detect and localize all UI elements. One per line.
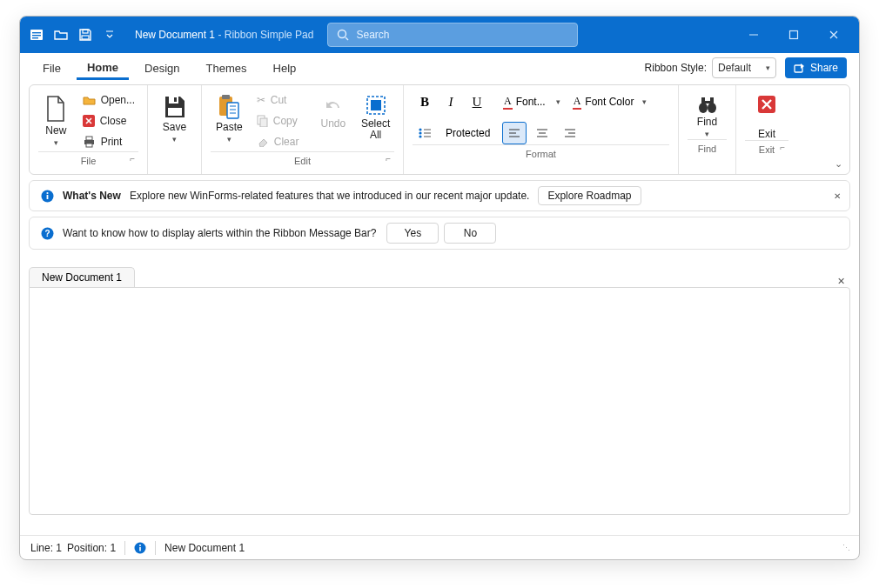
tab-file[interactable]: File (32, 57, 71, 78)
system-buttons (734, 17, 854, 53)
svg-rect-15 (169, 97, 178, 104)
paste-button[interactable]: Paste▾ (211, 90, 248, 144)
document-tabs: New Document 1 ✕ (29, 267, 850, 287)
paste-icon (218, 94, 240, 120)
save-button[interactable]: Save▾ (157, 90, 192, 144)
status-line: Line: 1 (30, 542, 62, 554)
dialog-launcher-icon[interactable]: ⌐ (386, 154, 391, 164)
maximize-button[interactable] (774, 17, 814, 53)
search-input[interactable] (356, 29, 568, 41)
search-box[interactable] (327, 23, 578, 47)
tab-themes[interactable]: Themes (196, 57, 258, 78)
svg-rect-46 (710, 97, 714, 104)
bold-button[interactable]: B (413, 90, 437, 113)
chevron-down-icon: ▾ (54, 138, 58, 147)
align-left-button[interactable] (502, 122, 527, 144)
chevron-down-icon: ▾ (642, 97, 647, 106)
svg-point-51 (46, 191, 48, 193)
new-file-icon (44, 94, 68, 124)
eraser-icon (257, 137, 269, 147)
close-icon[interactable]: ✕ (834, 191, 841, 201)
search-icon (337, 29, 349, 41)
qat-save-icon[interactable] (74, 23, 97, 46)
svg-rect-2 (32, 35, 41, 36)
svg-point-29 (419, 131, 421, 134)
status-bar: Line: 1 Position: 1 New Document 1 ⋱ (20, 535, 859, 559)
svg-rect-19 (222, 95, 230, 99)
open-button[interactable]: Open... (79, 90, 138, 110)
tab-design[interactable]: Design (134, 57, 190, 78)
status-doc: New Document 1 (164, 542, 245, 554)
bullets-button[interactable] (413, 122, 437, 144)
tab-home[interactable]: Home (77, 56, 129, 80)
titlebar: New Document 1 - Ribbon Simple Pad (20, 17, 859, 53)
new-button[interactable]: New▾ (38, 90, 74, 148)
whatsnew-bar: What's New Explore new WinForms-related … (29, 180, 850, 211)
whatsnew-text: Explore new WinForms-related features th… (130, 190, 530, 202)
copy-button[interactable]: Copy (253, 111, 303, 130)
close-doc-icon (83, 115, 95, 127)
clear-button[interactable]: Clear (253, 132, 303, 151)
editor-canvas[interactable] (29, 287, 850, 515)
undo-button[interactable]: Undo (314, 90, 352, 130)
status-info-icon[interactable] (134, 542, 146, 554)
svg-rect-4 (83, 30, 88, 33)
font-button[interactable]: A Font... ▾ (498, 90, 566, 113)
align-center-button[interactable] (530, 122, 554, 144)
yes-button[interactable]: Yes (386, 223, 439, 244)
ribbon-style-select[interactable]: Default ▾ (712, 57, 776, 78)
svg-rect-27 (371, 100, 381, 110)
align-right-button[interactable] (558, 122, 582, 144)
dialog-launcher-icon[interactable]: ⌐ (780, 143, 785, 152)
qat-open-icon[interactable] (50, 23, 72, 46)
tab-help[interactable]: Help (263, 57, 307, 78)
alerts-bar: ? Want to know how to display alerts wit… (29, 217, 850, 250)
share-button[interactable]: Share (785, 57, 847, 78)
svg-rect-3 (32, 37, 38, 38)
chevron-down-icon: ▾ (172, 135, 177, 144)
svg-rect-1 (32, 32, 41, 33)
no-button[interactable]: No (444, 223, 496, 244)
group-file: New▾ Open... Close Print (30, 85, 148, 174)
svg-point-56 (139, 545, 141, 546)
svg-rect-9 (790, 31, 798, 39)
doc-tab[interactable]: New Document 1 (29, 267, 135, 287)
exit-button[interactable]: Exit (746, 90, 788, 140)
chevron-down-icon: ▾ (766, 63, 770, 72)
resize-grip-icon[interactable]: ⋱ (842, 544, 849, 552)
print-button[interactable]: Print (79, 132, 138, 151)
print-icon (83, 136, 96, 148)
explore-roadmap-button[interactable]: Explore Roadmap (538, 186, 641, 205)
close-doc-button[interactable]: Close (79, 111, 138, 130)
minimize-button[interactable] (734, 17, 774, 53)
svg-rect-16 (168, 108, 182, 116)
group-save: Save▾ (148, 85, 202, 174)
svg-rect-25 (260, 118, 267, 127)
copy-icon (257, 115, 268, 127)
binoculars-icon (696, 94, 719, 115)
italic-button[interactable]: I (439, 90, 463, 113)
qat-app-icon[interactable] (25, 23, 48, 46)
svg-point-28 (419, 128, 421, 130)
svg-rect-17 (174, 97, 177, 102)
protected-label[interactable]: Protected (446, 127, 490, 139)
undo-icon (322, 94, 345, 117)
underline-button[interactable]: U (465, 90, 489, 113)
cut-button[interactable]: ✂Cut (253, 90, 303, 110)
close-button[interactable] (814, 17, 854, 53)
close-doc-tab-icon[interactable]: ✕ (837, 276, 850, 287)
group-exit: Exit Exit⌐ (736, 85, 797, 174)
qat-customize-icon[interactable] (98, 23, 121, 46)
svg-line-7 (346, 37, 348, 40)
select-all-button[interactable]: Select All (357, 90, 394, 141)
collapse-ribbon-button[interactable]: ⌄ (835, 158, 842, 170)
find-button[interactable]: Find▾ (688, 90, 727, 139)
window-title: New Document 1 - Ribbon Simple Pad (135, 29, 313, 41)
dialog-launcher-icon[interactable]: ⌐ (130, 154, 135, 164)
font-color-button[interactable]: A Font Color ▾ (567, 90, 653, 113)
scissors-icon: ✂ (257, 94, 265, 106)
select-all-icon (365, 94, 387, 117)
save-icon (163, 94, 187, 120)
folder-open-icon (83, 95, 96, 106)
svg-rect-45 (701, 97, 705, 104)
